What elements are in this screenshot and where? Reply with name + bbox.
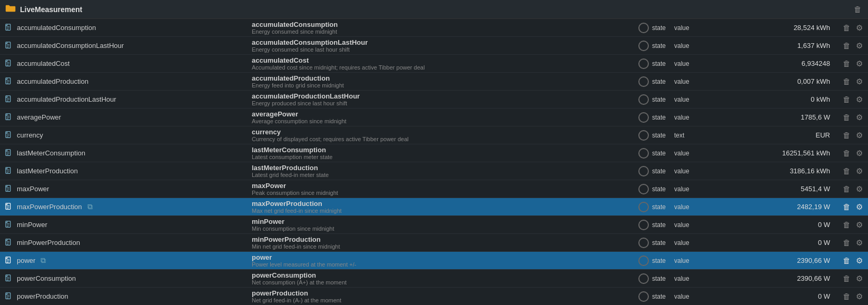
table-row[interactable]: accumulatedProductionLastHour accumulate… <box>0 91 868 109</box>
settings-button[interactable]: ⚙ <box>855 219 864 231</box>
settings-button[interactable]: ⚙ <box>855 273 864 284</box>
document-icon <box>4 95 14 104</box>
delete-button[interactable]: 🗑 <box>842 183 852 194</box>
item-name: accumulatedProduction <box>17 77 88 85</box>
delete-button[interactable]: 🗑 <box>842 237 852 248</box>
delete-button[interactable]: 🗑 <box>842 22 852 33</box>
document-icon <box>4 166 14 176</box>
delete-button[interactable]: 🗑 <box>842 273 852 284</box>
delete-button[interactable]: 🗑 <box>842 40 852 51</box>
header-delete-button[interactable]: 🗑 <box>853 4 863 15</box>
table-row[interactable]: lastMeterConsumption lastMeterConsumptio… <box>0 144 868 162</box>
settings-button[interactable]: ⚙ <box>855 130 864 141</box>
delete-button[interactable]: 🗑 <box>842 76 852 87</box>
settings-button[interactable]: ⚙ <box>855 58 864 70</box>
table-row[interactable]: minPower minPower Min consumption since … <box>0 216 868 234</box>
detail-name: currency <box>252 128 632 136</box>
table-row[interactable]: lastMeterProduction lastMeterProduction … <box>0 162 868 180</box>
settings-button[interactable]: ⚙ <box>855 165 864 177</box>
col-state: state value <box>636 202 731 212</box>
table-row[interactable]: accumulatedConsumption accumulatedConsum… <box>0 19 868 37</box>
settings-button[interactable]: ⚙ <box>855 40 864 52</box>
delete-button[interactable]: 🗑 <box>842 291 852 302</box>
delete-button[interactable]: 🗑 <box>842 147 852 159</box>
item-name: lastMeterConsumption <box>17 149 85 157</box>
col-value: 2482,19 W <box>731 203 836 211</box>
item-name: accumulatedConsumptionLastHour <box>17 42 124 50</box>
settings-button[interactable]: ⚙ <box>855 112 864 123</box>
state-label: state <box>652 78 671 85</box>
col-value: 16251,561 kWh <box>731 149 836 157</box>
settings-button[interactable]: ⚙ <box>855 183 864 195</box>
col-detail: accumulatedConsumption Energy consumed s… <box>248 19 636 36</box>
table-row[interactable]: maxPowerProduction ⧉ maxPowerProduction … <box>0 198 868 216</box>
delete-button[interactable]: 🗑 <box>842 94 852 105</box>
col-actions: 🗑 ⚙ <box>836 237 868 249</box>
settings-button[interactable]: ⚙ <box>855 22 864 34</box>
table-row[interactable]: powerProduction powerProduction Net grid… <box>0 288 868 305</box>
type-label: value <box>674 185 689 193</box>
col-value: EUR <box>731 131 836 139</box>
delete-button[interactable]: 🗑 <box>842 58 852 69</box>
state-label: state <box>652 221 671 229</box>
table-row[interactable]: maxPower maxPower Peak consumption since… <box>0 180 868 198</box>
delete-button[interactable]: 🗑 <box>842 130 852 141</box>
table-row[interactable]: currency currency Currency of displayed … <box>0 126 868 144</box>
table-row[interactable]: accumulatedProduction accumulatedProduct… <box>0 73 868 91</box>
col-value: 0 W <box>731 221 836 229</box>
settings-button[interactable]: ⚙ <box>855 237 864 249</box>
col-state: state value <box>636 166 731 176</box>
delete-button[interactable]: 🗑 <box>842 255 852 266</box>
detail-desc: Currency of displayed cost; requires act… <box>252 136 632 142</box>
table-row[interactable]: accumulatedCost accumulatedCost Accumula… <box>0 55 868 73</box>
table-row[interactable]: powerConsumption powerConsumption Net co… <box>0 270 868 288</box>
delete-button[interactable]: 🗑 <box>842 201 852 212</box>
col-name: currency <box>0 131 248 140</box>
detail-desc: Peak consumption since midnight <box>252 190 632 196</box>
item-name: accumulatedProductionLastHour <box>17 95 116 103</box>
delete-button[interactable]: 🗑 <box>842 112 852 123</box>
col-name: powerConsumption <box>0 274 248 283</box>
col-state: state value <box>636 112 731 123</box>
detail-desc: Latest grid feed-in meter state <box>252 172 632 178</box>
col-value: 2390,66 W <box>731 257 836 264</box>
type-label: value <box>674 275 689 282</box>
detail-name: lastMeterProduction <box>252 164 632 172</box>
col-state: state text <box>636 130 731 141</box>
state-label: state <box>652 185 671 193</box>
state-circle-inner <box>642 241 646 245</box>
table-row[interactable]: minPowerProduction minPowerProduction Mi… <box>0 234 868 252</box>
settings-button[interactable]: ⚙ <box>855 201 864 213</box>
detail-desc: Energy produced since last hour shift <box>252 100 632 106</box>
document-icon <box>4 202 14 212</box>
delete-button[interactable]: 🗑 <box>842 219 852 230</box>
col-actions: 🗑 ⚙ <box>836 40 868 52</box>
col-value: 0 W <box>731 239 836 247</box>
state-label: state <box>652 150 671 157</box>
col-actions: 🗑 ⚙ <box>836 165 868 177</box>
col-value: 5451,4 W <box>731 185 836 193</box>
col-detail: averagePower Average consumption since m… <box>248 109 636 125</box>
settings-button[interactable]: ⚙ <box>855 76 864 87</box>
col-actions: 🗑 ⚙ <box>836 22 868 34</box>
col-actions: 🗑 ⚙ <box>836 219 868 231</box>
state-circle <box>638 58 649 69</box>
state-circle-inner <box>642 259 646 263</box>
delete-button[interactable]: 🗑 <box>842 165 852 176</box>
state-circle <box>638 166 649 176</box>
type-label: value <box>674 42 689 50</box>
settings-button[interactable]: ⚙ <box>855 147 864 159</box>
detail-desc: Power level measured at the moment +/- <box>252 261 632 268</box>
table-row[interactable]: accumulatedConsumptionLastHour accumulat… <box>0 37 868 55</box>
settings-button[interactable]: ⚙ <box>855 94 864 105</box>
type-label: value <box>674 168 689 175</box>
table-row[interactable]: power ⧉ power Power level measured at th… <box>0 252 868 270</box>
table-row[interactable]: averagePower averagePower Average consum… <box>0 109 868 126</box>
type-label: value <box>674 78 689 85</box>
detail-desc: Accumulated cost since midnight; require… <box>252 64 632 71</box>
settings-button[interactable]: ⚙ <box>855 255 864 267</box>
settings-button[interactable]: ⚙ <box>855 291 864 302</box>
col-detail: powerConsumption Net consumption (A+) at… <box>248 270 636 287</box>
col-value: 1785,6 W <box>731 113 836 121</box>
col-detail: minPowerProduction Min net grid feed-in … <box>248 234 636 251</box>
